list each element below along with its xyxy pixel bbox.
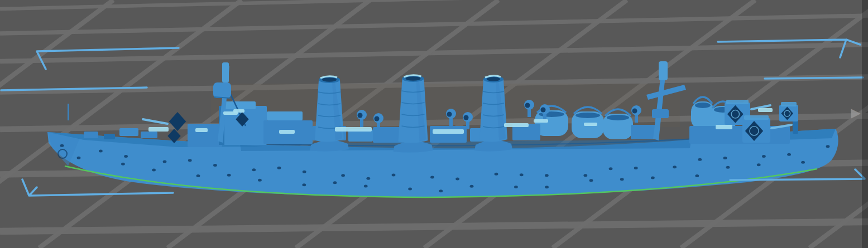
slicer-3d-viewport[interactable]: ▶ — [0, 0, 868, 248]
selection-bracket — [22, 179, 173, 196]
selection-bracket — [718, 40, 860, 57]
selection-bracket — [1, 87, 147, 90]
selection-bounds — [0, 0, 868, 248]
selection-bracket — [730, 169, 865, 180]
selection-bracket — [37, 48, 179, 69]
side-panel-strip — [862, 0, 868, 248]
selection-bracket — [765, 77, 863, 79]
panel-expand-arrow-icon[interactable]: ▶ — [851, 106, 861, 119]
